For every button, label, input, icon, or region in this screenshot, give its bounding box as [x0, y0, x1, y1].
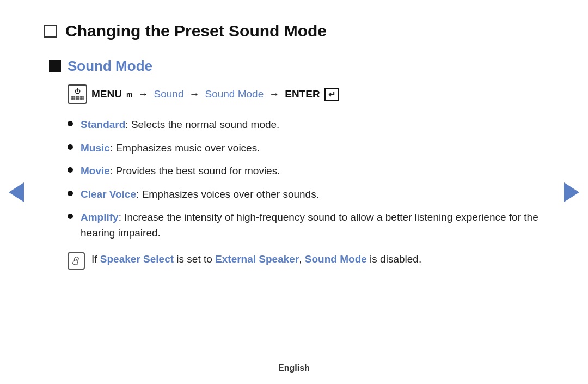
- note-speaker-select: Speaker Select: [100, 253, 174, 265]
- note-external-speaker: External Speaker: [215, 253, 299, 265]
- enter-label: ENTER: [285, 88, 320, 100]
- note-comma: ,: [299, 253, 305, 265]
- list-item: Music: Emphasizes music over voices.: [68, 141, 544, 156]
- bullet-content: Music: Emphasizes music over voices.: [81, 141, 260, 156]
- menu-sound-mode-link: Sound Mode: [205, 88, 264, 100]
- menu-label: MENU: [91, 88, 122, 100]
- arrow-1: →: [138, 88, 149, 100]
- note-suffix: is disabled.: [367, 253, 421, 265]
- bullet-term: Clear Voice: [81, 188, 136, 200]
- page-title-row: Changing the Preset Sound Mode: [44, 22, 544, 40]
- bullet-dot: [68, 121, 73, 126]
- page-container: Changing the Preset Sound Mode Sound Mod…: [0, 0, 588, 384]
- bullet-dot: [68, 144, 73, 150]
- bullet-dot: [68, 191, 73, 196]
- arrow-3: →: [269, 88, 279, 100]
- right-arrow-icon: [564, 182, 579, 202]
- bullet-content: Movie: Provides the best sound for movie…: [81, 163, 280, 179]
- menu-icon: ⏻▦▦▦: [68, 84, 87, 104]
- page-title: Changing the Preset Sound Mode: [65, 22, 327, 40]
- bullet-term: Music: [81, 142, 110, 154]
- footer: English: [0, 363, 588, 373]
- checkbox-icon: [44, 25, 57, 38]
- bullet-term: Standard: [81, 119, 125, 130]
- section-title: Sound Mode: [68, 58, 152, 75]
- enter-icon: ↵: [324, 88, 339, 101]
- nav-arrow-left[interactable]: [7, 182, 26, 202]
- bullet-list: Standard: Selects the normal sound mode.…: [68, 117, 544, 241]
- note-prefix: If: [91, 253, 100, 265]
- bullet-desc: : Emphasizes music over voices.: [110, 142, 260, 154]
- menu-sound-link: Sound: [154, 88, 184, 100]
- black-square-icon: [49, 60, 61, 72]
- list-item: Standard: Selects the normal sound mode.: [68, 117, 544, 133]
- arrow-2: →: [189, 88, 199, 100]
- list-item: Movie: Provides the best sound for movie…: [68, 163, 544, 179]
- note-icon: [68, 252, 85, 270]
- menu-superscript: m: [126, 90, 133, 99]
- footer-text: English: [278, 363, 310, 373]
- note-text: If Speaker Select is set to External Spe…: [91, 252, 421, 267]
- bullet-content: Standard: Selects the normal sound mode.: [81, 117, 279, 133]
- list-item: Clear Voice: Emphasizes voices over othe…: [68, 187, 544, 203]
- bullet-term: Movie: [81, 165, 110, 176]
- bullet-dot: [68, 214, 73, 219]
- note-sound-mode: Sound Mode: [305, 253, 367, 265]
- section-header: Sound Mode: [49, 58, 544, 75]
- left-arrow-icon: [9, 182, 24, 202]
- nav-arrow-right[interactable]: [562, 182, 581, 202]
- bullet-desc: : Provides the best sound for movies.: [110, 165, 280, 176]
- menu-path: ⏻▦▦▦ MENU m → Sound → Sound Mode → ENTER…: [68, 84, 544, 104]
- list-item: Amplify: Increase the intensity of high-…: [68, 210, 544, 241]
- section: Sound Mode ⏻▦▦▦ MENU m → Sound → Sound M…: [49, 58, 544, 270]
- bullet-dot: [68, 167, 73, 173]
- bullet-desc: : Emphasizes voices over other sounds.: [136, 188, 319, 200]
- note-middle: is set to: [174, 253, 215, 265]
- bullet-desc: : Selects the normal sound mode.: [125, 119, 279, 130]
- bullet-content: Clear Voice: Emphasizes voices over othe…: [81, 187, 319, 203]
- bullet-content: Amplify: Increase the intensity of high-…: [81, 210, 544, 241]
- bullet-desc: : Increase the intensity of high-frequen…: [81, 211, 538, 239]
- bullet-term: Amplify: [81, 211, 119, 223]
- note-row: If Speaker Select is set to External Spe…: [68, 252, 544, 270]
